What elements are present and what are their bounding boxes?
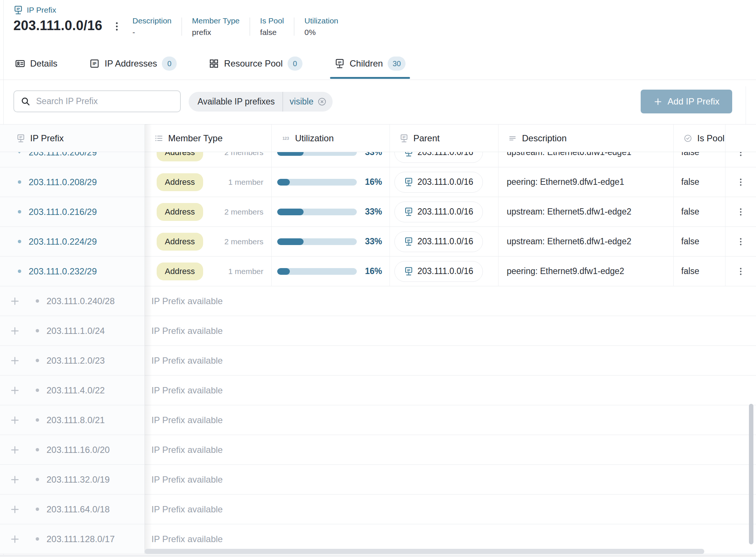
expand-plus-icon[interactable] bbox=[10, 534, 20, 544]
tab-children[interactable]: IPChildren30 bbox=[334, 52, 406, 75]
svg-text:IP: IP bbox=[407, 152, 410, 153]
cell-utilization: 33% bbox=[272, 197, 390, 226]
tab-count-badge: 30 bbox=[388, 57, 406, 71]
cell-member-type: Address2 members bbox=[145, 152, 272, 167]
available-prefix-label: 203.111.4.0/22 bbox=[47, 385, 105, 396]
available-status-label: IP Prefix available bbox=[145, 316, 756, 345]
available-prefix-label: 203.111.0.240/28 bbox=[47, 296, 115, 306]
expand-plus-icon[interactable] bbox=[10, 445, 20, 455]
ip-prefix-link[interactable]: 203.111.0.208/29 bbox=[29, 177, 97, 187]
available-status-label: IP Prefix available bbox=[145, 435, 756, 464]
column-header-ip-prefix[interactable]: IPIP Prefix bbox=[0, 125, 145, 152]
expand-plus-icon[interactable] bbox=[10, 474, 20, 485]
check-circle-icon bbox=[683, 134, 692, 143]
meta-item-utilization: Utilization0% bbox=[294, 16, 348, 37]
parent-prefix-chip[interactable]: IP203.111.0.0/16 bbox=[394, 261, 483, 282]
parent-prefix-chip[interactable]: IP203.111.0.0/16 bbox=[394, 231, 483, 252]
bullet-dot-icon bbox=[36, 478, 39, 481]
available-prefix-label: 203.111.1.0/24 bbox=[47, 326, 105, 336]
available-status-label: IP Prefix available bbox=[145, 286, 756, 316]
add-ip-prefix-button[interactable]: Add IP Prefix bbox=[641, 90, 732, 113]
cell-description: upstream: Ethernet6.dfw1-edge2 bbox=[499, 227, 674, 256]
row-kebab-menu-icon[interactable] bbox=[736, 152, 746, 157]
column-header-is-pool[interactable]: Is Pool bbox=[674, 125, 725, 152]
parent-prefix-label: 203.111.0.0/16 bbox=[417, 236, 473, 247]
column-header-description[interactable]: Description bbox=[499, 125, 674, 152]
expand-plus-icon[interactable] bbox=[10, 385, 20, 396]
tab-resource-pool[interactable]: Resource Pool0 bbox=[209, 52, 302, 75]
title-row: 203.111.0.0/16 bbox=[13, 17, 122, 34]
row-kebab-menu-icon[interactable] bbox=[736, 207, 746, 217]
member-type-badge: Address bbox=[157, 203, 203, 221]
cell-ip-prefix: 203.111.16.0/20 bbox=[0, 435, 145, 464]
expand-plus-icon[interactable] bbox=[10, 355, 20, 366]
row-kebab-menu-icon[interactable] bbox=[736, 267, 746, 276]
cell-actions bbox=[725, 257, 756, 286]
column-header-utilization[interactable]: 123Utilization bbox=[272, 125, 390, 152]
cell-description: upstream: Ethernet6.dfw1-edge1 bbox=[499, 152, 674, 167]
utilization-bar-fill bbox=[277, 152, 304, 156]
cell-parent: IP203.111.0.0/16 bbox=[390, 227, 499, 256]
filter-chip-value-text: visible bbox=[290, 97, 314, 107]
expand-plus-icon[interactable] bbox=[10, 296, 20, 306]
utilization-bar bbox=[277, 209, 357, 215]
cell-ip-prefix: 203.111.1.0/24 bbox=[0, 316, 145, 345]
expand-plus-icon[interactable] bbox=[10, 415, 20, 425]
cell-ip-prefix: 203.111.128.0/17 bbox=[0, 524, 145, 554]
parent-prefix-chip[interactable]: IP203.111.0.0/16 bbox=[394, 152, 483, 163]
ip-prefix-link[interactable]: 203.111.0.224/29 bbox=[29, 236, 97, 247]
available-prefix-row: 203.111.64.0/18IP Prefix available bbox=[0, 495, 756, 524]
table-row: 203.111.0.224/29Address2 members33%IP203… bbox=[0, 227, 756, 257]
cell-actions bbox=[725, 197, 756, 226]
ip-prefix-link[interactable]: 203.111.0.232/29 bbox=[29, 266, 97, 277]
member-count: 1 member bbox=[228, 267, 271, 276]
filter-chip-label: Available IP prefixes bbox=[189, 92, 282, 112]
bullet-dot-icon bbox=[36, 389, 39, 392]
svg-text:IP: IP bbox=[93, 61, 96, 66]
remove-filter-icon[interactable] bbox=[317, 97, 327, 106]
utilization-bar bbox=[277, 152, 357, 156]
available-status-label: IP Prefix available bbox=[145, 376, 756, 405]
row-kebab-menu-icon[interactable] bbox=[736, 177, 746, 187]
search-input[interactable]: Search IP Prefix bbox=[13, 90, 181, 112]
search-placeholder: Search IP Prefix bbox=[36, 96, 98, 106]
filter-chip[interactable]: Available IP prefixes visible bbox=[189, 92, 333, 112]
ip-prefix-link[interactable]: 203.111.0.216/29 bbox=[29, 207, 97, 217]
caret-down-icon bbox=[16, 152, 23, 156]
cell-utilization: 16% bbox=[272, 257, 390, 286]
expand-plus-icon[interactable] bbox=[10, 504, 20, 515]
svg-text:IP: IP bbox=[338, 60, 342, 64]
cell-actions bbox=[725, 227, 756, 256]
ip-prefix-detail-page: IP IP Prefix 203.111.0.0/16 Description-… bbox=[0, 0, 756, 557]
cell-ip-prefix: 203.111.0.232/29 bbox=[0, 257, 145, 286]
column-header-label: Utilization bbox=[295, 133, 334, 144]
column-header-member-type[interactable]: Member Type bbox=[145, 125, 272, 152]
ip-prefix-link[interactable]: 203.111.0.200/29 bbox=[29, 152, 97, 158]
ip-prefix-icon: IP bbox=[16, 134, 25, 143]
filter-chip-value: visible bbox=[283, 92, 333, 112]
expand-plus-icon[interactable] bbox=[10, 326, 20, 336]
parent-prefix-chip[interactable]: IP203.111.0.0/16 bbox=[394, 202, 483, 222]
meta-value: prefix bbox=[192, 28, 240, 37]
vertical-scrollbar[interactable] bbox=[749, 404, 753, 544]
member-count: 2 members bbox=[224, 237, 271, 246]
row-kebab-menu-icon[interactable] bbox=[736, 237, 746, 247]
available-prefix-label: 203.111.128.0/17 bbox=[47, 534, 115, 544]
cell-utilization: 33% bbox=[272, 152, 390, 167]
tab-ip-addresses[interactable]: IPIP Addresses0 bbox=[89, 52, 177, 75]
tab-details[interactable]: Details bbox=[15, 52, 57, 75]
tab-label: Details bbox=[30, 58, 57, 69]
svg-text:IP: IP bbox=[407, 268, 410, 272]
member-type-badge: Address bbox=[157, 233, 203, 251]
member-count: 1 member bbox=[228, 178, 271, 187]
horizontal-scrollbar[interactable] bbox=[145, 549, 704, 554]
ip-address-icon: IP bbox=[89, 58, 100, 69]
cell-member-type: Address1 member bbox=[145, 167, 272, 197]
title-kebab-menu-icon[interactable] bbox=[111, 21, 122, 32]
bullet-dot-icon bbox=[36, 448, 39, 451]
column-header-parent[interactable]: IPParent bbox=[390, 125, 499, 152]
cell-actions bbox=[725, 167, 756, 197]
parent-prefix-chip[interactable]: IP203.111.0.0/16 bbox=[394, 172, 483, 193]
cell-is-pool: false bbox=[674, 197, 725, 226]
ip-prefix-icon: IP bbox=[13, 5, 23, 15]
